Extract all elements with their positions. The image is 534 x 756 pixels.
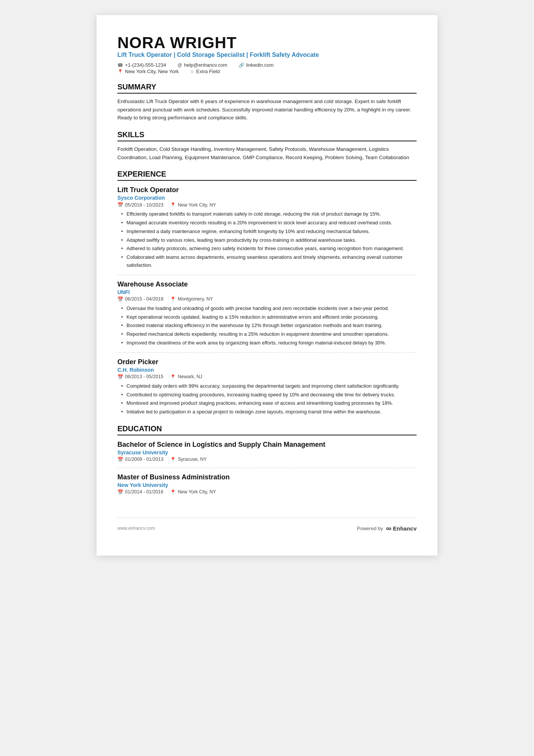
edu-meta-0: 📅 01/2009 - 01/2013 📍 Syracuse, NY [117,457,417,462]
school-name-1: New York University [117,482,417,488]
list-item: Adapted swiftly to various roles, leadin… [121,236,417,244]
edu-location-0: 📍 Syracuse, NY [170,457,206,462]
school-name-0: Syracuse University [117,449,417,455]
education-title: EDUCATION [117,424,417,435]
linkedin-contact: 🔗 linkedin.com [239,62,273,68]
job-bullets-1: Oversaw the loading and unloading of goo… [117,305,417,347]
degree-title-1: Master of Business Administration [117,473,417,481]
location-text: New York City, New York [125,69,179,74]
contact-row-2: 📍 New York City, New York ☆ Extra Field [117,69,417,74]
email-address: help@enhancv.com [184,62,227,68]
company-name-0: Sysco Corporation [117,195,417,201]
pin-icon-2: 📍 [170,374,176,380]
pin-icon-edu-0: 📍 [170,457,176,462]
list-item: Reported mechanical defects expediently,… [121,330,417,338]
job-dates-0: 📅 05/2018 - 10/2023 [117,202,163,208]
job-entry-2: Order Picker C.H. Robinson 📅 06/2013 - 0… [117,358,417,416]
job-entry-0: Lift Truck Operator Sysco Corporation 📅 … [117,186,417,275]
job-bullets-2: Completed daily orders with 99% accuracy… [117,382,417,416]
list-item: Boosted material stacking efficiency in … [121,322,417,330]
infinity-icon: ∞ [386,524,391,533]
calendar-icon-2: 📅 [117,374,123,380]
degree-title-0: Bachelor of Science in Logistics and Sup… [117,441,417,449]
job-bullets-0: Efficiently operated forklifts to transp… [117,210,417,269]
edu-entry-1: Master of Business Administration New Yo… [117,473,417,495]
linkedin-url: linkedin.com [246,62,273,68]
job-meta-1: 📅 06/2015 - 04/2018 📍 Montgomery, NY [117,296,417,302]
star-icon: ☆ [190,69,194,74]
edu-entry-0: Bachelor of Science in Logistics and Sup… [117,441,417,468]
location-contact: 📍 New York City, New York [117,69,179,74]
summary-text: Enthusiastic Lift Truck Operator with 6 … [117,97,417,122]
job-title-0: Lift Truck Operator [117,186,417,194]
job-meta-2: 📅 06/2013 - 05/2015 📍 Newark, NJ [117,374,417,380]
list-item: Initiative led to participation in a spe… [121,408,417,416]
powered-by-text: Powered by [357,526,383,531]
location-icon: 📍 [117,69,123,74]
extra-field-text: Extra Field [196,69,220,74]
pin-icon-0: 📍 [170,202,176,208]
calendar-icon-0: 📅 [117,202,123,208]
exp-divider-1 [117,352,417,353]
skills-section: SKILLS Forklift Operation, Cold Storage … [117,130,417,161]
job-location-0: 📍 New York City, NY [170,202,216,208]
list-item: Implemented a daily maintenance regime, … [121,228,417,236]
candidate-title: Lift Truck Operator | Cold Storage Speci… [117,52,417,58]
list-item: Completed daily orders with 99% accuracy… [121,382,417,390]
contact-row-1: ☎ +1-(234)-555-1234 @ help@enhancv.com 🔗… [117,62,417,68]
exp-divider-0 [117,275,417,275]
calendar-icon-edu-0: 📅 [117,457,123,462]
skills-text: Forklift Operation, Cold Storage Handlin… [117,145,417,161]
phone-icon: ☎ [117,63,123,68]
company-name-1: UNFI [117,289,417,295]
list-item: Contributed to optimizing loading proced… [121,391,417,399]
resume-page: NORA WRIGHT Lift Truck Operator | Cold S… [97,15,437,556]
job-title-2: Order Picker [117,358,417,366]
phone-number: +1-(234)-555-1234 [125,62,166,68]
job-dates-1: 📅 06/2015 - 04/2018 [117,296,163,302]
job-meta-0: 📅 05/2018 - 10/2023 📍 New York City, NY [117,202,417,208]
calendar-icon-edu-1: 📅 [117,489,123,495]
linkedin-icon: 🔗 [239,63,244,68]
list-item: Monitored and improved product staging p… [121,399,417,407]
experience-title: EXPERIENCE [117,170,417,181]
education-section: EDUCATION Bachelor of Science in Logisti… [117,424,417,495]
footer-brand: Powered by ∞ Enhancv [357,524,417,533]
extra-field-contact: ☆ Extra Field [190,69,220,74]
list-item: Improved the cleanliness of the work are… [121,339,417,347]
phone-contact: ☎ +1-(234)-555-1234 [117,62,166,68]
summary-section: SUMMARY Enthusiastic Lift Truck Operator… [117,83,417,122]
email-icon: @ [178,63,182,68]
edu-location-1: 📍 New York City, NY [170,489,216,495]
brand-name: Enhancv [393,525,417,532]
job-dates-2: 📅 06/2013 - 05/2015 [117,374,163,380]
edu-meta-1: 📅 01/2014 - 01/2016 📍 New York City, NY [117,489,417,495]
job-entry-1: Warehouse Associate UNFI 📅 06/2015 - 04/… [117,280,417,353]
list-item: Collaborated with teams across departmen… [121,254,417,269]
candidate-name: NORA WRIGHT [117,34,417,52]
edu-dates-0: 📅 01/2009 - 01/2013 [117,457,163,462]
summary-title: SUMMARY [117,83,417,94]
edu-divider-0 [117,468,417,468]
list-item: Efficiently operated forklifts to transp… [121,210,417,218]
pin-icon-1: 📍 [170,296,176,302]
company-name-2: C.H. Robinson [117,367,417,373]
footer: www.enhancv.com Powered by ∞ Enhancv [117,518,417,533]
list-item: Managed accurate inventory records resul… [121,219,417,227]
edu-dates-1: 📅 01/2014 - 01/2016 [117,489,163,495]
experience-section: EXPERIENCE Lift Truck Operator Sysco Cor… [117,170,417,416]
calendar-icon-1: 📅 [117,296,123,302]
header-section: NORA WRIGHT Lift Truck Operator | Cold S… [117,34,417,74]
email-contact: @ help@enhancv.com [178,62,227,68]
job-title-1: Warehouse Associate [117,280,417,288]
list-item: Adhered to safety protocols, achieving z… [121,245,417,253]
pin-icon-edu-1: 📍 [170,489,176,495]
enhancv-logo: ∞ Enhancv [386,524,417,533]
list-item: Kept operational records updated, leadin… [121,313,417,321]
job-location-1: 📍 Montgomery, NY [170,296,213,302]
footer-website: www.enhancv.com [117,526,155,531]
job-location-2: 📍 Newark, NJ [170,374,202,380]
list-item: Oversaw the loading and unloading of goo… [121,305,417,313]
skills-title: SKILLS [117,130,417,141]
